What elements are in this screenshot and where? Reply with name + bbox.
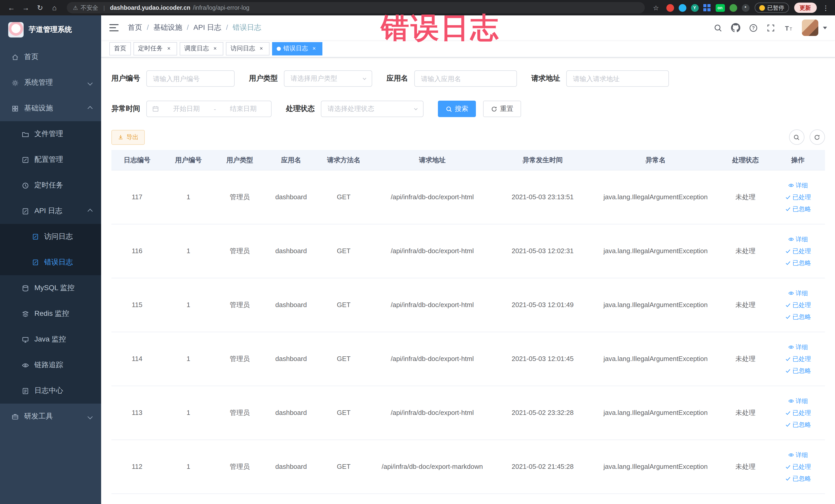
cell-process-status: 未处理 xyxy=(720,462,771,472)
sidebar-item-system-management[interactable]: 系统管理 xyxy=(0,70,101,96)
cell-request-method: GET xyxy=(317,192,371,202)
detail-link[interactable]: 详细 xyxy=(788,235,808,244)
extension-icon[interactable] xyxy=(678,4,686,12)
extension-icon[interactable]: Y xyxy=(691,4,698,12)
sidebar-item-config-management[interactable]: 配置管理 xyxy=(0,147,101,173)
clock-icon xyxy=(22,182,29,189)
user-avatar[interactable] xyxy=(802,20,818,36)
sidebar-item-error-log[interactable]: 错误日志 xyxy=(0,249,101,275)
grid-icon xyxy=(11,104,19,112)
sidebar-toggle-button[interactable] xyxy=(109,24,119,31)
screen: ← → ↻ ⌂ ⚠ 不安全 | dashboard.yudao.iocoder.… xyxy=(0,0,835,504)
request-url-input[interactable] xyxy=(566,70,669,87)
table-row: 114 1 管理员 dashboard GET /api/infra/db-do… xyxy=(111,332,825,386)
sidebar-item-redis-monitor[interactable]: Redis 监控 xyxy=(0,301,101,327)
detail-link[interactable]: 详细 xyxy=(788,343,808,352)
mark-ignored-link[interactable]: 已忽略 xyxy=(785,474,811,483)
eye-icon xyxy=(788,290,794,296)
extension-grid-icon[interactable] xyxy=(703,4,711,12)
detail-link[interactable]: 详细 xyxy=(788,397,808,406)
tab-dispatch-log[interactable]: 调度日志× xyxy=(180,42,223,55)
security-label[interactable]: 不安全 xyxy=(81,4,98,12)
sidebar-item-scheduled-jobs[interactable]: 定时任务 xyxy=(0,173,101,198)
browser-menu-icon[interactable]: ⋮ xyxy=(822,4,830,12)
cell-user-id: 1 xyxy=(163,408,214,418)
font-size-icon[interactable]: TT xyxy=(784,23,793,32)
sidebar-item-mysql-monitor[interactable]: MySQL 监控 xyxy=(0,275,101,301)
search-button[interactable]: 搜索 xyxy=(438,101,476,117)
calendar-icon xyxy=(152,105,159,113)
api-log-submenu: 访问日志 错误日志 xyxy=(0,224,101,275)
help-icon[interactable]: ? xyxy=(749,23,757,32)
refresh-icon xyxy=(814,134,820,140)
mark-ignored-link[interactable]: 已忽略 xyxy=(785,258,811,267)
sidebar-item-home[interactable]: 首页 xyxy=(0,44,101,70)
reset-button[interactable]: 重置 xyxy=(483,101,521,117)
tab-home[interactable]: 首页 xyxy=(109,42,131,55)
github-icon[interactable] xyxy=(731,23,740,32)
detail-link[interactable]: 详细 xyxy=(788,181,808,190)
tab-access-log[interactable]: 访问日志× xyxy=(226,42,269,55)
toggle-search-button[interactable] xyxy=(789,129,804,145)
exception-time-range-picker[interactable]: 开始日期 - 结束日期 xyxy=(146,101,271,117)
browser-reload-icon[interactable]: ↻ xyxy=(34,2,46,14)
bookmark-star-icon[interactable]: ☆ xyxy=(653,4,659,12)
cell-app-name: dashboard xyxy=(265,246,317,256)
browser-forward-icon[interactable]: → xyxy=(20,2,32,14)
refresh-table-button[interactable] xyxy=(809,129,825,145)
browser-back-icon[interactable]: ← xyxy=(5,2,18,14)
header-search-icon[interactable] xyxy=(713,23,722,32)
mark-ignored-link[interactable]: 已忽略 xyxy=(785,420,811,429)
export-button[interactable]: 导出 xyxy=(111,130,145,144)
sidebar-item-infrastructure[interactable]: 基础设施 xyxy=(0,96,101,121)
mark-processed-link[interactable]: 已处理 xyxy=(785,300,811,310)
extension-icon[interactable] xyxy=(729,4,737,12)
address-bar[interactable]: ⚠ 不安全 | dashboard.yudao.iocoder.cn/infra… xyxy=(67,2,645,13)
app-name-input[interactable] xyxy=(414,70,517,87)
close-icon[interactable]: × xyxy=(258,45,265,52)
browser-update-button[interactable]: 更新 xyxy=(794,3,816,13)
sidebar-item-trace[interactable]: 链路追踪 xyxy=(0,352,101,378)
breadcrumb-item[interactable]: 首页 xyxy=(128,23,154,32)
sidebar-item-java-monitor[interactable]: Java 监控 xyxy=(0,327,101,352)
avatar-caret-icon[interactable] xyxy=(823,26,827,29)
sidebar-item-api-log[interactable]: API 日志 xyxy=(0,198,101,224)
fullscreen-icon[interactable] xyxy=(766,23,775,32)
tab-error-log[interactable]: 错误日志× xyxy=(272,42,322,55)
close-icon[interactable]: × xyxy=(165,45,172,52)
user-type-select[interactable]: 请选择用户类型 xyxy=(284,70,372,87)
extension-icon[interactable]: * xyxy=(741,4,749,12)
close-icon[interactable]: × xyxy=(211,45,219,52)
breadcrumb-item[interactable]: 基础设施 xyxy=(154,23,194,32)
mark-processed-link[interactable]: 已处理 xyxy=(785,462,811,471)
close-icon[interactable]: × xyxy=(311,45,318,52)
cell-exception-time: 2021-05-03 12:01:45 xyxy=(494,354,591,364)
cell-request-url: /api/infra/db-doc/export-html xyxy=(371,354,494,364)
detail-link[interactable]: 详细 xyxy=(788,450,808,460)
paused-badge[interactable]: 已暂停 xyxy=(754,3,789,13)
user-id-input[interactable] xyxy=(146,70,235,87)
mark-ignored-link[interactable]: 已忽略 xyxy=(785,312,811,321)
cell-user-id: 1 xyxy=(163,192,214,202)
tab-scheduled-jobs[interactable]: 定时任务× xyxy=(134,42,177,55)
sidebar-item-access-log[interactable]: 访问日志 xyxy=(0,224,101,249)
mark-processed-link[interactable]: 已处理 xyxy=(785,354,811,364)
extension-on-badge[interactable]: on xyxy=(715,4,725,12)
mark-processed-link[interactable]: 已处理 xyxy=(785,193,811,202)
mark-processed-link[interactable]: 已处理 xyxy=(785,408,811,418)
cell-request-url: /api/infra/db-doc/export-html xyxy=(371,408,494,418)
process-status-select[interactable]: 请选择处理状态 xyxy=(321,101,424,117)
breadcrumb-item[interactable]: API 日志 xyxy=(194,23,233,32)
app-title: 芋道管理系统 xyxy=(29,25,72,35)
browser-home-icon[interactable]: ⌂ xyxy=(48,2,61,14)
mark-processed-link[interactable]: 已处理 xyxy=(785,246,811,256)
cell-exception-time: 2021-05-02 23:32:28 xyxy=(494,408,591,418)
extension-icon[interactable] xyxy=(666,4,674,12)
svg-text:T: T xyxy=(789,27,792,31)
mark-ignored-link[interactable]: 已忽略 xyxy=(785,204,811,214)
sidebar-item-file-management[interactable]: 文件管理 xyxy=(0,121,101,147)
sidebar-item-log-center[interactable]: 日志中心 xyxy=(0,378,101,404)
detail-link[interactable]: 详细 xyxy=(788,288,808,298)
mark-ignored-link[interactable]: 已忽略 xyxy=(785,366,811,375)
sidebar-item-dev-tools[interactable]: 研发工具 xyxy=(0,404,101,429)
